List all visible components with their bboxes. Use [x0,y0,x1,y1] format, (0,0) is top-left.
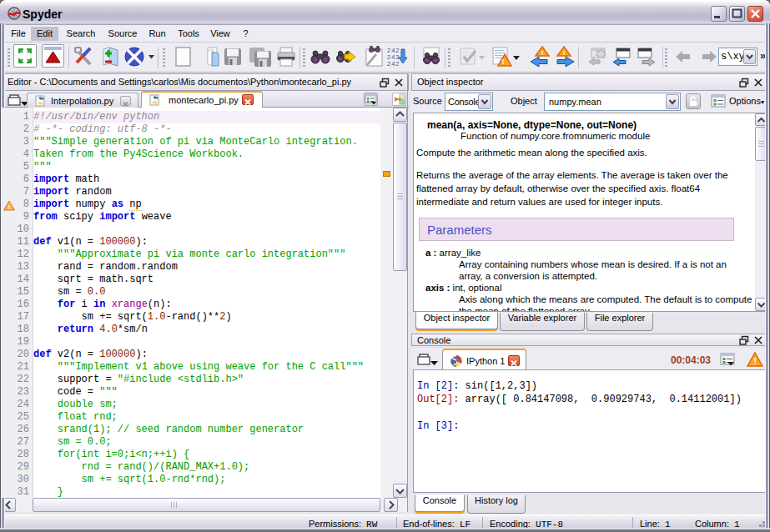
svg-text:!: ! [502,58,505,66]
svg-text:!: ! [541,49,544,57]
svg-text:!: ! [753,356,757,366]
svg-text:242: 242 [387,60,400,68]
svg-text:!: ! [563,49,566,57]
